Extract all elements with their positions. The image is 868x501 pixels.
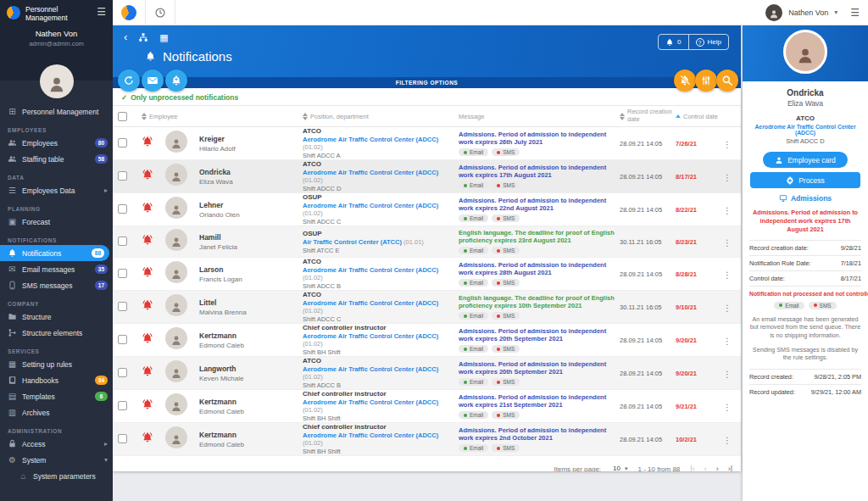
sidebar-item-system[interactable]: ⚙System▾ xyxy=(0,452,113,468)
row-checkbox[interactable] xyxy=(118,434,127,443)
first-page-button[interactable]: |‹ xyxy=(690,465,694,471)
status-dot xyxy=(814,303,817,307)
row-menu-icon[interactable]: ⋮ xyxy=(723,303,732,313)
column-record-creation[interactable]: Record creation date xyxy=(620,109,672,123)
divider xyxy=(145,0,146,25)
employee-card-button[interactable]: Employee card xyxy=(763,152,848,168)
row-menu-icon[interactable]: ⋮ xyxy=(723,403,732,412)
sidebar-item-sms-messages[interactable]: SMS messages17 xyxy=(0,277,113,293)
row-menu-icon[interactable]: ⋮ xyxy=(723,173,732,182)
sidebar-item-setting-up-rules[interactable]: ▦Setting up rules xyxy=(0,356,113,372)
department-link[interactable]: Aerodrome Air Traffic Control Center (AD… xyxy=(303,332,438,340)
topbar-user-name[interactable]: Nathen Von xyxy=(788,8,828,17)
apps-menu-icon[interactable]: ☰ xyxy=(850,7,860,19)
refresh-button[interactable] xyxy=(118,70,140,92)
department-link[interactable]: Aerodrome Air Traffic Control Center (AD… xyxy=(303,398,438,406)
chevron-down-icon[interactable]: ▾ xyxy=(834,8,837,16)
column-position[interactable]: Position, department xyxy=(303,113,455,120)
sort-icon xyxy=(620,113,625,120)
active-filter-note[interactable]: ✓ Only unprocessed notifications xyxy=(113,88,741,105)
department-link[interactable]: Aerodrome Air Traffic Control Center (AD… xyxy=(303,431,438,439)
add-notification-button[interactable] xyxy=(165,70,187,92)
department-link[interactable]: Aerodrome Air Traffic Control Center (AD… xyxy=(303,169,438,176)
department-link[interactable]: Air Traffic Control Center (ATCC) xyxy=(303,238,402,246)
detail-department-link[interactable]: Aerodrome Air Traffic Control Center (AD… xyxy=(749,124,861,136)
column-message[interactable]: Message xyxy=(459,113,616,120)
back-button[interactable]: ‹ xyxy=(124,32,127,42)
table-row[interactable]: KertzmannEdmond CalebChief controller in… xyxy=(113,324,741,357)
email-tag: Email xyxy=(459,247,488,254)
sidebar-item-employees[interactable]: Employees80 xyxy=(0,135,113,151)
sidebar-item-staffing-table[interactable]: Staffing table58 xyxy=(0,151,113,167)
sidebar-item-email-messages[interactable]: ✉Email messages35 xyxy=(0,261,113,277)
search-button[interactable] xyxy=(716,70,738,92)
sidebar-item-structure[interactable]: Structure xyxy=(0,309,113,325)
table-row[interactable]: OndrickaEliza WavaATCOAerodrome Air Traf… xyxy=(113,160,741,193)
select-all-checkbox[interactable] xyxy=(118,112,127,121)
table-row[interactable]: LarsonFrancis LoganATCOAerodrome Air Tra… xyxy=(113,258,741,291)
row-checkbox[interactable] xyxy=(118,237,127,246)
filtering-options-bar[interactable]: FILTERING OPTIONS xyxy=(113,77,741,88)
sidebar-item-templates[interactable]: ▤Templates6 xyxy=(0,388,113,404)
department-code: (01.02) xyxy=(303,209,323,217)
table-row[interactable]: KertzmannEdmond CalebChief controller in… xyxy=(113,423,741,456)
filter-settings-button[interactable] xyxy=(695,70,717,92)
row-checkbox[interactable] xyxy=(118,269,127,278)
row-menu-icon[interactable]: ⋮ xyxy=(723,238,732,248)
row-checkbox[interactable] xyxy=(118,335,127,344)
table-view-icon[interactable]: ▦ xyxy=(159,32,170,42)
row-menu-icon[interactable]: ⋮ xyxy=(723,337,732,346)
row-menu-icon[interactable]: ⋮ xyxy=(723,370,732,379)
hamburger-icon[interactable]: ☰ xyxy=(97,6,106,18)
row-checkbox[interactable] xyxy=(118,401,127,410)
department-link[interactable]: Aerodrome Air Traffic Control Center (AD… xyxy=(303,299,438,307)
sidebar-item-handbooks[interactable]: Handbooks34 xyxy=(0,372,113,388)
prev-page-button[interactable]: ‹ xyxy=(704,465,707,471)
help-button[interactable]: ? Help xyxy=(688,35,728,49)
next-page-button[interactable]: › xyxy=(716,465,719,471)
table-row[interactable]: LehnerOrlando OlenOSUPAerodrome Air Traf… xyxy=(113,193,741,226)
row-checkbox[interactable] xyxy=(118,302,127,311)
row-checkbox[interactable] xyxy=(118,138,127,148)
department-link[interactable]: Aerodrome Air Traffic Control Center (AD… xyxy=(303,266,438,274)
last-page-button[interactable]: ›| xyxy=(728,465,732,471)
sidebar-item-system-parameters[interactable]: ⌂System parameters xyxy=(0,468,113,484)
detail-field: Notification Rule Date:7/18/21 xyxy=(749,255,861,270)
department-link[interactable]: Aerodrome Air Traffic Control Center (AD… xyxy=(303,202,438,209)
org-chart-icon[interactable] xyxy=(138,32,148,42)
send-email-button[interactable] xyxy=(142,70,164,92)
table-row[interactable]: LittelMalvina BrennaATCOAerodrome Air Tr… xyxy=(113,291,741,324)
table-row[interactable]: KertzmannEdmond CalebChief controller in… xyxy=(113,390,741,423)
sidebar-item-employees-data[interactable]: ☰Employees Data▸ xyxy=(0,182,113,198)
sidebar-item-access[interactable]: Access▸ xyxy=(0,436,113,452)
sidebar-item-notifications[interactable]: Notifications88 xyxy=(0,245,109,261)
process-button[interactable]: Process xyxy=(750,172,860,188)
notifications-counter-button[interactable]: 0 xyxy=(659,35,687,49)
column-control-date[interactable]: Control date xyxy=(676,113,720,120)
row-checkbox[interactable] xyxy=(118,368,127,377)
items-per-page-select[interactable]: 10 ▾ xyxy=(611,465,627,472)
notification-message: English language. The deadline for proof… xyxy=(459,229,616,245)
topbar-user-avatar[interactable] xyxy=(765,4,782,21)
admissions-link[interactable]: Admissions xyxy=(749,194,861,203)
row-menu-icon[interactable]: ⋮ xyxy=(723,436,732,445)
badge: 34 xyxy=(95,376,108,385)
sidebar-item-archives[interactable]: ▥Archives xyxy=(0,404,113,420)
disable-notifications-button[interactable] xyxy=(674,70,696,92)
sidebar-item-personnel-management[interactable]: ⊞Personnel Management xyxy=(0,103,113,120)
row-menu-icon[interactable]: ⋮ xyxy=(723,140,732,149)
row-checkbox[interactable] xyxy=(118,204,127,214)
history-icon[interactable] xyxy=(154,7,166,19)
table-row[interactable]: KreigerHilario AdolfATCOAerodrome Air Tr… xyxy=(113,127,741,160)
sidebar-user-avatar[interactable] xyxy=(40,64,74,98)
table-row[interactable]: LangworthKeven MichaleATCOAerodrome Air … xyxy=(113,357,741,390)
row-menu-icon[interactable]: ⋮ xyxy=(723,270,732,280)
row-checkbox[interactable] xyxy=(118,171,127,181)
sidebar-item-forecast[interactable]: ▣Forecast xyxy=(0,214,113,230)
sidebar-item-structure-elements[interactable]: Structure elements xyxy=(0,325,113,341)
column-employee[interactable]: Employee xyxy=(142,113,299,120)
row-menu-icon[interactable]: ⋮ xyxy=(723,206,732,215)
department-link[interactable]: Aerodrome Air Traffic Control Center (AD… xyxy=(303,136,438,143)
table-row[interactable]: HamillJanet FeliciaOSUPAir Traffic Contr… xyxy=(113,226,741,258)
department-link[interactable]: Aerodrome Air Traffic Control Center (AD… xyxy=(303,365,438,373)
